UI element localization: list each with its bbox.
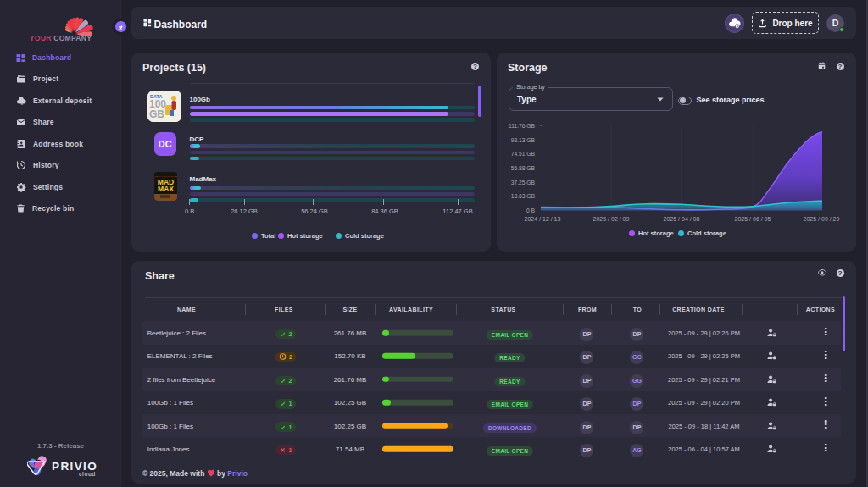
svg-text:MAX: MAX	[158, 185, 174, 193]
svg-text:GB: GB	[149, 108, 164, 120]
